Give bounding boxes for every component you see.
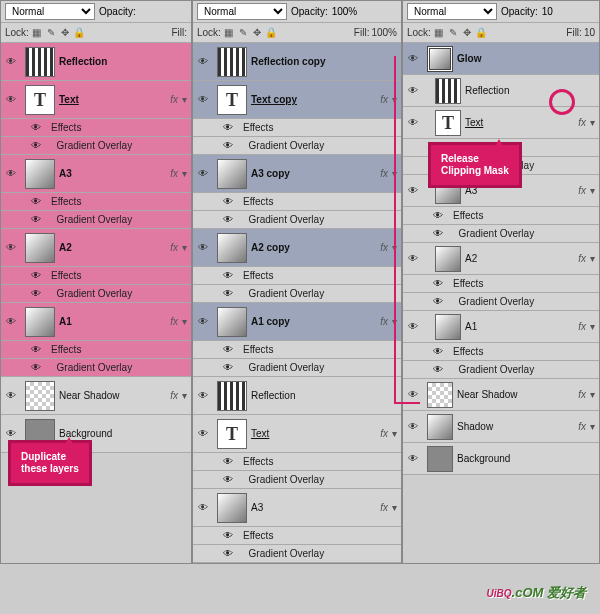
visibility-icon[interactable]: 👁: [193, 56, 213, 67]
layer-name[interactable]: Reflection copy: [251, 56, 401, 67]
visibility-icon[interactable]: 👁: [221, 196, 235, 207]
fx-badge[interactable]: fx: [170, 390, 178, 401]
effects-row[interactable]: 👁Effects: [193, 193, 401, 211]
layer-thumbnail[interactable]: [435, 314, 461, 340]
effects-row[interactable]: 👁Effects: [1, 193, 191, 211]
layer-name[interactable]: Reflection: [251, 390, 401, 401]
fill-value[interactable]: 100%: [371, 27, 397, 38]
layer-row[interactable]: 👁A3fx▾: [1, 155, 191, 193]
layer-row[interactable]: 👁TText copyfx▾: [193, 81, 401, 119]
layer-thumbnail[interactable]: [427, 414, 453, 440]
layer-row[interactable]: 👁A1fx▾: [403, 311, 599, 343]
layer-thumbnail[interactable]: [217, 493, 247, 523]
visibility-icon[interactable]: 👁: [403, 321, 423, 332]
layer-thumbnail[interactable]: [217, 233, 247, 263]
lock-move-icon[interactable]: ✥: [461, 27, 473, 39]
visibility-icon[interactable]: 👁: [403, 185, 423, 196]
fx-badge[interactable]: fx: [170, 168, 178, 179]
layer-thumbnail[interactable]: [427, 46, 453, 72]
layer-thumbnail[interactable]: T: [25, 85, 55, 115]
fx-badge[interactable]: fx: [578, 117, 586, 128]
visibility-icon[interactable]: 👁: [1, 56, 21, 67]
visibility-icon[interactable]: 👁: [221, 530, 235, 541]
layer-name[interactable]: A3 copy: [251, 168, 380, 179]
effect-item-row[interactable]: 👁 Gradient Overlay: [403, 361, 599, 379]
layer-thumbnail[interactable]: [25, 381, 55, 411]
layer-name[interactable]: Shadow: [457, 421, 578, 432]
fill-value[interactable]: 10: [584, 27, 595, 38]
layer-row[interactable]: 👁A3fx▾: [193, 489, 401, 527]
visibility-icon[interactable]: 👁: [193, 316, 213, 327]
visibility-icon[interactable]: 👁: [221, 122, 235, 133]
visibility-icon[interactable]: 👁: [403, 389, 423, 400]
visibility-icon[interactable]: 👁: [221, 474, 235, 485]
layer-name[interactable]: Background: [457, 453, 599, 464]
fx-chevron-icon[interactable]: ▾: [590, 117, 595, 128]
effect-item-row[interactable]: 👁 Gradient Overlay: [193, 545, 401, 563]
layer-name[interactable]: Text copy: [251, 94, 380, 105]
visibility-icon[interactable]: 👁: [29, 196, 43, 207]
visibility-icon[interactable]: 👁: [403, 117, 423, 128]
fx-chevron-icon[interactable]: ▾: [392, 428, 397, 439]
fx-badge[interactable]: fx: [170, 242, 178, 253]
visibility-icon[interactable]: 👁: [431, 228, 445, 239]
visibility-icon[interactable]: 👁: [193, 390, 213, 401]
effects-row[interactable]: 👁Effects: [403, 275, 599, 293]
fx-chevron-icon[interactable]: ▾: [182, 390, 187, 401]
blend-mode-select[interactable]: Normal: [5, 3, 95, 20]
visibility-icon[interactable]: 👁: [221, 140, 235, 151]
effect-item-row[interactable]: 👁 Gradient Overlay: [1, 137, 191, 155]
fx-chevron-icon[interactable]: ▾: [392, 94, 397, 105]
visibility-icon[interactable]: 👁: [29, 344, 43, 355]
layer-row[interactable]: 👁Reflection copy: [193, 43, 401, 81]
layer-row[interactable]: 👁A1 copyfx▾: [193, 303, 401, 341]
lock-pixels-icon[interactable]: ▦: [223, 27, 235, 39]
layer-row[interactable]: 👁Glow: [403, 43, 599, 75]
layer-thumbnail[interactable]: [25, 233, 55, 263]
visibility-icon[interactable]: 👁: [193, 168, 213, 179]
effect-item-row[interactable]: 👁 Gradient Overlay: [403, 293, 599, 311]
fx-badge[interactable]: fx: [170, 94, 178, 105]
blend-mode-select[interactable]: Normal: [407, 3, 497, 20]
visibility-icon[interactable]: 👁: [431, 278, 445, 289]
blend-mode-select[interactable]: Normal: [197, 3, 287, 20]
effects-row[interactable]: 👁Effects: [403, 207, 599, 225]
layer-row[interactable]: 👁TTextfx▾: [1, 81, 191, 119]
layer-row[interactable]: 👁Shadowfx▾: [403, 411, 599, 443]
layer-thumbnail[interactable]: T: [217, 419, 247, 449]
visibility-icon[interactable]: 👁: [431, 346, 445, 357]
layer-row[interactable]: 👁Background: [403, 443, 599, 475]
visibility-icon[interactable]: 👁: [1, 168, 21, 179]
layer-thumbnail[interactable]: [25, 47, 55, 77]
effects-row[interactable]: 👁Effects: [1, 119, 191, 137]
effects-row[interactable]: 👁Effects: [193, 267, 401, 285]
layer-row[interactable]: 👁Reflection: [193, 377, 401, 415]
layer-thumbnail[interactable]: T: [217, 85, 247, 115]
visibility-icon[interactable]: 👁: [403, 453, 423, 464]
layer-name[interactable]: Text: [59, 94, 170, 105]
lock-all-icon[interactable]: 🔒: [73, 27, 85, 39]
layer-row[interactable]: 👁A2fx▾: [403, 243, 599, 275]
layer-thumbnail[interactable]: [427, 382, 453, 408]
layer-row[interactable]: 👁TTextfx▾: [193, 415, 401, 453]
fx-badge[interactable]: fx: [578, 389, 586, 400]
fx-chevron-icon[interactable]: ▾: [392, 168, 397, 179]
effects-row[interactable]: 👁Effects: [193, 119, 401, 137]
effect-item-row[interactable]: 👁 Gradient Overlay: [193, 285, 401, 303]
effect-item-row[interactable]: 👁 Gradient Overlay: [193, 471, 401, 489]
layer-thumbnail[interactable]: [217, 381, 247, 411]
fx-chevron-icon[interactable]: ▾: [590, 185, 595, 196]
lock-move-icon[interactable]: ✥: [59, 27, 71, 39]
effects-row[interactable]: 👁Effects: [1, 267, 191, 285]
lock-brush-icon[interactable]: ✎: [237, 27, 249, 39]
layer-thumbnail[interactable]: [25, 159, 55, 189]
fx-chevron-icon[interactable]: ▾: [182, 94, 187, 105]
visibility-icon[interactable]: 👁: [29, 214, 43, 225]
visibility-icon[interactable]: 👁: [1, 316, 21, 327]
lock-pixels-icon[interactable]: ▦: [433, 27, 445, 39]
fx-badge[interactable]: fx: [380, 94, 388, 105]
visibility-icon[interactable]: 👁: [29, 122, 43, 133]
fx-chevron-icon[interactable]: ▾: [182, 316, 187, 327]
layer-thumbnail[interactable]: T: [435, 110, 461, 136]
effect-item-row[interactable]: 👁 Gradient Overlay: [193, 211, 401, 229]
